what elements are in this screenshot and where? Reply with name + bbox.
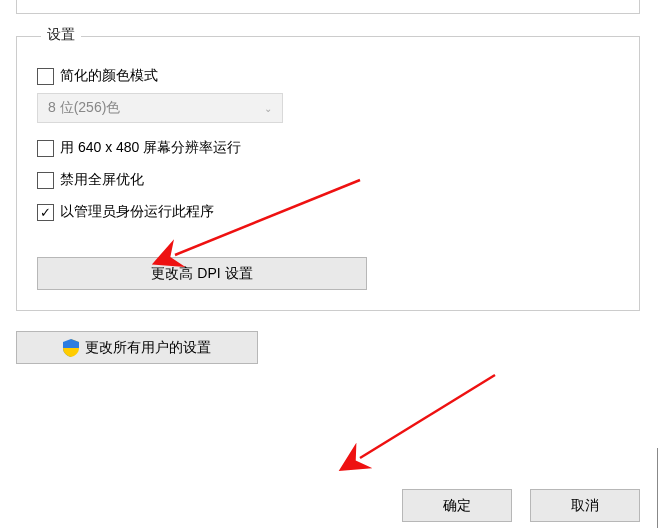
color-depth-value: 8 位(256)色 — [48, 99, 120, 117]
change-all-users-button[interactable]: 更改所有用户的设置 — [16, 331, 258, 364]
low-res-checkbox[interactable] — [37, 140, 54, 157]
run-as-admin-row: 以管理员身份运行此程序 — [37, 203, 619, 221]
cancel-label: 取消 — [571, 497, 599, 515]
change-high-dpi-label: 更改高 DPI 设置 — [151, 265, 252, 283]
dialog-footer: 确定 取消 — [402, 489, 640, 522]
disable-fullscreen-label: 禁用全屏优化 — [60, 171, 144, 189]
run-as-admin-label: 以管理员身份运行此程序 — [60, 203, 214, 221]
upper-panel-fragment — [16, 0, 640, 14]
cancel-button[interactable]: 取消 — [530, 489, 640, 522]
ok-button[interactable]: 确定 — [402, 489, 512, 522]
color-depth-select[interactable]: 8 位(256)色 ⌄ — [37, 93, 283, 123]
disable-fullscreen-row: 禁用全屏优化 — [37, 171, 619, 189]
disable-fullscreen-checkbox[interactable] — [37, 172, 54, 189]
shield-icon — [63, 339, 79, 357]
change-high-dpi-button[interactable]: 更改高 DPI 设置 — [37, 257, 367, 290]
ok-label: 确定 — [443, 497, 471, 515]
simplified-color-row: 简化的颜色模式 — [37, 67, 619, 85]
run-as-admin-checkbox[interactable] — [37, 204, 54, 221]
change-all-users-label: 更改所有用户的设置 — [85, 339, 211, 357]
settings-legend: 设置 — [41, 26, 81, 44]
chevron-down-icon: ⌄ — [264, 103, 272, 114]
low-res-label: 用 640 x 480 屏幕分辨率运行 — [60, 139, 241, 157]
simplified-color-checkbox[interactable] — [37, 68, 54, 85]
settings-group: 设置 简化的颜色模式 8 位(256)色 ⌄ 用 640 x 480 屏幕分辨率… — [16, 36, 640, 311]
simplified-color-label: 简化的颜色模式 — [60, 67, 158, 85]
low-res-row: 用 640 x 480 屏幕分辨率运行 — [37, 139, 619, 157]
